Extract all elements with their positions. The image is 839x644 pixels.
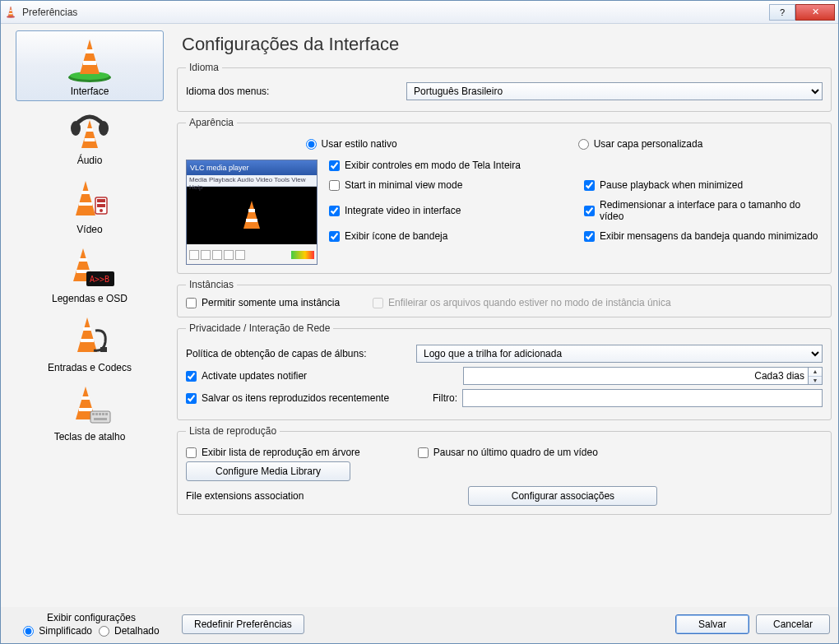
file-extensions-label: File extensions association bbox=[186, 490, 304, 502]
group-aparencia: Aparência Usar estilo nativo Usar capa p… bbox=[177, 117, 832, 274]
svg-rect-29 bbox=[100, 347, 107, 352]
check-tray-messages[interactable]: Exibir mensagens da bandeja quando minim… bbox=[584, 230, 823, 242]
configure-associations-button[interactable]: Configurar associações bbox=[468, 486, 657, 506]
svg-marker-40 bbox=[243, 201, 260, 229]
sidebar-item-label: Vídeo bbox=[20, 224, 160, 235]
svg-rect-37 bbox=[102, 413, 104, 415]
sidebar-item-label: Interface bbox=[20, 86, 160, 97]
svg-text:A>>B: A>>B bbox=[90, 275, 109, 284]
group-legend: Instâncias bbox=[186, 279, 237, 290]
radio-detailed[interactable]: Detalhado bbox=[99, 625, 160, 637]
radio-native-style[interactable]: Usar estilo nativo bbox=[306, 138, 397, 150]
preview-menu: Media Playback Audio Video Tools View He… bbox=[187, 175, 317, 187]
svg-rect-34 bbox=[92, 413, 95, 415]
close-button[interactable]: ✕ bbox=[795, 4, 835, 21]
appearance-checks: Exibir controles em modo de Tela Inteira… bbox=[329, 160, 823, 265]
sidebar: Interface Áudio Vídeo A>>B Legendas e OS… bbox=[7, 30, 172, 600]
svg-rect-32 bbox=[79, 408, 92, 411]
cancel-button[interactable]: Cancelar bbox=[756, 614, 830, 634]
svg-rect-41 bbox=[248, 209, 255, 212]
menus-language-label: Idioma dos menus: bbox=[186, 86, 400, 97]
svg-rect-1 bbox=[10, 10, 12, 11]
radio-custom-skin[interactable]: Usar capa personalizada bbox=[578, 138, 703, 150]
sidebar-item-label: Teclas de atalho bbox=[20, 431, 160, 442]
check-tray-icon[interactable]: Exibir ícone de bandeja bbox=[329, 230, 568, 242]
check-enqueue-files: Enfileirar os arquivos quando estiver no… bbox=[373, 297, 671, 308]
footer-show-settings: Exibir configurações Simplificado Detalh… bbox=[9, 612, 174, 637]
sidebar-item-hotkeys[interactable]: Teclas de atalho bbox=[16, 378, 164, 447]
svg-rect-7 bbox=[86, 49, 94, 53]
updates-interval-spinner[interactable]: ▲▼ bbox=[809, 367, 823, 385]
sidebar-item-label: Legendas e OSD bbox=[20, 293, 160, 304]
reset-preferences-button[interactable]: Redefinir Preferências bbox=[182, 614, 304, 634]
sidebar-item-codecs[interactable]: Entradas e Codecs bbox=[16, 308, 164, 378]
check-save-recent[interactable]: Salvar os itens reproduzidos recentement… bbox=[186, 392, 416, 404]
group-playlist: Lista de reprodução Exibir lista de repr… bbox=[177, 425, 832, 515]
svg-point-3 bbox=[7, 16, 15, 17]
sidebar-item-interface[interactable]: Interface bbox=[16, 30, 164, 101]
group-legend: Idioma bbox=[186, 62, 222, 73]
group-privacidade: Privacidade / Interação de Rede Política… bbox=[177, 322, 832, 420]
svg-rect-16 bbox=[79, 202, 92, 206]
check-single-instance[interactable]: Permitir somente uma instância bbox=[186, 297, 340, 308]
radio-simple[interactable]: Simplificado bbox=[23, 625, 92, 637]
video-icon bbox=[64, 176, 115, 222]
body: Interface Áudio Vídeo A>>B Legendas e OS… bbox=[1, 24, 838, 607]
check-minimal-view[interactable]: Start in minimal view mode bbox=[329, 179, 568, 191]
svg-rect-42 bbox=[246, 219, 257, 222]
svg-rect-18 bbox=[97, 199, 105, 202]
svg-rect-36 bbox=[99, 413, 101, 415]
check-playlist-tree[interactable]: Exibir lista de reprodução em árvore bbox=[186, 447, 360, 458]
svg-marker-6 bbox=[80, 39, 100, 74]
svg-rect-8 bbox=[83, 61, 96, 65]
check-updates-notifier[interactable]: Activate updates notifier bbox=[186, 370, 416, 382]
album-art-policy-select[interactable]: Logo que a trilha for adicionada bbox=[416, 345, 823, 363]
check-pause-minimized[interactable]: Pause playback when minimized bbox=[584, 179, 823, 191]
preferences-window: Preferências ? ✕ Interface Áudio Vídeo A… bbox=[0, 0, 839, 644]
filter-input[interactable] bbox=[462, 389, 823, 407]
configure-media-library-button[interactable]: Configure Media Library bbox=[186, 461, 350, 481]
check-resize-interface[interactable]: Redimensionar a interface para o tamanho… bbox=[584, 199, 823, 222]
titlebar: Preferências ? ✕ bbox=[1, 1, 838, 24]
spin-up-icon[interactable]: ▲ bbox=[809, 368, 822, 377]
updates-interval-input[interactable] bbox=[463, 367, 809, 385]
svg-marker-26 bbox=[77, 317, 97, 352]
window-title: Preferências bbox=[22, 7, 769, 18]
group-instancias: Instâncias Permitir somente uma instânci… bbox=[177, 279, 832, 317]
spin-down-icon[interactable]: ▼ bbox=[809, 377, 822, 385]
svg-rect-12 bbox=[86, 128, 93, 132]
album-art-policy-label: Política de obtenção de capas de álbuns: bbox=[186, 348, 416, 359]
help-button[interactable]: ? bbox=[769, 4, 795, 21]
svg-rect-22 bbox=[79, 258, 87, 262]
svg-rect-13 bbox=[85, 138, 95, 141]
vlc-icon bbox=[4, 6, 17, 19]
menus-language-select[interactable]: Português Brasileiro bbox=[406, 82, 823, 100]
cone-icon bbox=[234, 197, 270, 234]
sidebar-item-label: Entradas e Codecs bbox=[20, 362, 160, 373]
hotkeys-icon bbox=[64, 383, 115, 429]
subtitles-icon: A>>B bbox=[62, 245, 118, 291]
sidebar-item-video[interactable]: Vídeo bbox=[16, 170, 164, 239]
sidebar-item-audio[interactable]: Áudio bbox=[16, 101, 164, 170]
svg-rect-31 bbox=[81, 396, 90, 400]
check-fullscreen-controls[interactable]: Exibir controles em modo de Tela Inteira bbox=[329, 160, 823, 171]
show-settings-label: Exibir configurações bbox=[47, 612, 136, 623]
group-legend: Lista de reprodução bbox=[186, 425, 280, 437]
svg-rect-19 bbox=[97, 204, 105, 207]
check-pause-last-frame[interactable]: Pausar no último quadro de um vídeo bbox=[418, 447, 598, 458]
check-integrate-video[interactable]: Integrate video in interface bbox=[329, 199, 568, 222]
preview-video bbox=[187, 187, 317, 244]
save-button[interactable]: Salvar bbox=[675, 614, 749, 634]
group-idioma: Idioma Idioma dos menus: Português Brasi… bbox=[177, 62, 832, 112]
svg-rect-38 bbox=[105, 413, 108, 415]
page-title: Configurações da Interface bbox=[177, 30, 832, 60]
svg-rect-39 bbox=[94, 418, 107, 420]
interface-preview: VLC media player Media Playback Audio Vi… bbox=[186, 160, 318, 265]
audio-icon bbox=[64, 107, 115, 153]
svg-point-20 bbox=[100, 209, 103, 212]
svg-rect-2 bbox=[9, 13, 13, 14]
sidebar-item-subtitles[interactable]: A>>B Legendas e OSD bbox=[16, 239, 164, 308]
svg-marker-14 bbox=[76, 181, 95, 215]
svg-rect-28 bbox=[81, 339, 94, 342]
svg-rect-35 bbox=[95, 413, 98, 415]
